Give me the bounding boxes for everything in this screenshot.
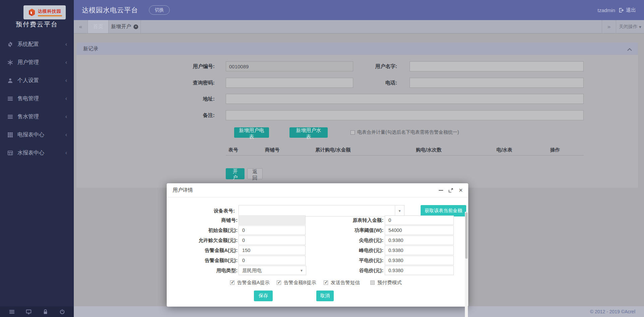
sidebar-item-label: 用户管理 [17,59,39,66]
close-icon[interactable]: ✕ [459,187,463,193]
prepaid-mode-option: 预付费模式 [370,279,402,286]
alarm-amount-b-label: 告警金额B(元): [174,256,237,265]
logout-button[interactable]: 退出 [619,7,636,13]
merge-metering-label: 电表合并计量(勾选后名下电表需将告警金额统一) [357,129,459,135]
tab-close-icon[interactable]: ✕ [133,24,138,29]
chevron-left-icon: ‹ [65,150,67,156]
alarm-a-tip-checkbox[interactable] [230,280,234,285]
add-water-meter-button[interactable]: 新增用户水表 [289,127,328,138]
prepaid-mode-checkbox[interactable] [370,280,375,285]
valley-price-input[interactable] [385,266,454,275]
caret-down-icon: ▾ [639,24,641,29]
open-account-button[interactable]: 开户 [226,168,245,179]
lock-icon[interactable] [43,309,48,315]
sidebar-item-user-management[interactable]: 用户管理 ‹ [0,53,74,71]
user-name-input[interactable] [410,61,584,71]
sidebar-item-water-report-center[interactable]: 水报表中心 ‹ [0,144,74,162]
electric-type-select[interactable]: 居民用电 ▼ [238,266,306,275]
col-header-total-amount: 累计购电/水金额 [315,147,351,153]
sidebar-item-system-config[interactable]: 系统配置 ‹ [0,35,74,53]
modal-scrollbar[interactable] [465,212,468,317]
monitor-icon[interactable] [26,309,32,315]
minimize-button[interactable] [439,190,443,191]
logout-label: 退出 [626,7,636,13]
collapse-panel-button[interactable] [627,47,632,53]
top-header: 达模园水电云平台 切换 tzadmin 退出 [74,0,644,20]
tabs-scroll-left-button[interactable]: « [74,20,88,33]
alarm-amount-b-input[interactable] [238,256,306,265]
list-icon [7,114,13,120]
flat-price-label: 平电价(元): [320,256,383,265]
chevron-left-icon: ‹ [65,96,67,102]
logo-cube-icon [28,8,36,17]
flat-price-input[interactable] [385,256,454,265]
tab-new-account[interactable]: 新增开户 ✕ [109,20,141,33]
send-alarm-sms-option: 发送告警短信 [324,279,360,286]
phone-input[interactable] [410,78,584,88]
tabs-scroll-right-button[interactable]: » [602,20,616,34]
maximize-button[interactable] [448,188,453,193]
alarm-amount-a-input[interactable] [238,246,306,255]
device-meter-input[interactable] [239,205,395,216]
remark-label: 备注: [148,110,215,120]
combobox-dropdown-button[interactable]: ▼ [395,205,404,216]
alarm-a-tip-option: 告警金额A提示 [230,279,270,286]
logo-text: 达模科技园 [38,8,61,14]
username: tzadmin [597,7,615,13]
power-threshold-input[interactable] [385,226,454,235]
minimize-icon [439,190,443,191]
menu-toggle-icon[interactable] [9,309,15,315]
page-title: 达模园水电云平台 [82,6,138,15]
panel-title: 新记录 [83,46,98,52]
save-button[interactable]: 保存 [254,291,273,301]
sidebar-item-electric-sales[interactable]: 售电管理 ‹ [0,89,74,108]
scrollbar-thumb[interactable] [465,212,468,259]
merge-metering-checkbox[interactable] [351,130,355,135]
initial-amount-input[interactable] [238,226,306,235]
fetch-meter-balance-button[interactable]: 获取该表当前金额 [421,205,466,216]
sidebar-item-label: 个人设置 [17,77,39,84]
user-detail-modal: 用户详情 ✕ 设备表号: ▼ 获取该表当前金额 商铺号: 初始金额(元): 允许 [167,183,468,307]
shop-no-input[interactable] [238,215,306,225]
address-label: 地址: [148,94,215,104]
new-record-panel: 新记录 用户编号: 用户名字: 查询密码: 电话: 地址: 备注: 新增用户电表 [76,43,638,188]
credit-limit-input[interactable] [238,236,306,245]
col-header-shop-no: 商铺号 [265,147,280,153]
tab-home[interactable]: 首页 [88,20,109,33]
app-root: 达模科技园 预付费云平台 系统配置 ‹ 用户管理 ‹ 个人设置 ‹ [0,0,644,317]
add-electric-meter-button[interactable]: 新增用户电表 [234,127,269,138]
chevron-left-icon: ‹ [65,114,67,120]
modal-header[interactable]: 用户详情 ✕ [167,183,468,197]
back-button[interactable]: 返回 [247,168,263,179]
cancel-button[interactable]: 取消 [316,291,334,301]
user-no-label: 用户编号: [148,61,215,71]
remark-input[interactable] [226,110,584,120]
sidebar-item-electric-report-center[interactable]: 电报表中心 ‹ [0,126,74,144]
power-icon[interactable] [59,309,65,315]
footer: © 2012 - 2019 ©Acrel [74,306,644,317]
address-input[interactable] [226,94,584,104]
electric-type-label: 用电类型: [174,266,237,275]
device-meter-label: 设备表号: [171,206,235,215]
chevron-left-icon: ‹ [65,59,67,65]
modal-body: 设备表号: ▼ 获取该表当前金额 商铺号: 初始金额(元): 允许赊欠金额(元)… [167,197,468,307]
col-header-meter-type: 电/水表 [496,147,513,153]
logout-icon [619,8,624,13]
sidebar-item-label: 水报表中心 [17,149,44,156]
sharp-price-input[interactable] [385,236,454,245]
sidebar-item-personal-settings[interactable]: 个人设置 ‹ [0,71,74,89]
transfer-amount-label: 原表转入金额: [320,215,383,225]
platform-name: 预付费云平台 [0,20,74,29]
sidebar-item-water-sales[interactable]: 售水管理 ‹ [0,108,74,126]
alarm-b-tip-option: 告警金额B提示 [277,279,316,286]
transfer-amount-input[interactable] [385,215,454,225]
alarm-b-tip-checkbox[interactable] [277,280,281,285]
peak-price-input[interactable] [385,246,454,255]
send-alarm-sms-checkbox[interactable] [324,280,328,285]
logo-subtext-bar [38,15,62,16]
sidebar-item-label: 系统配置 [17,41,39,48]
alarm-amount-a-label: 告警金额A(元): [174,246,237,255]
switch-button[interactable]: 切换 [149,5,170,15]
asterisk-icon [7,60,13,65]
close-operations-dropdown[interactable]: 关闭操作 ▾ [616,20,644,34]
